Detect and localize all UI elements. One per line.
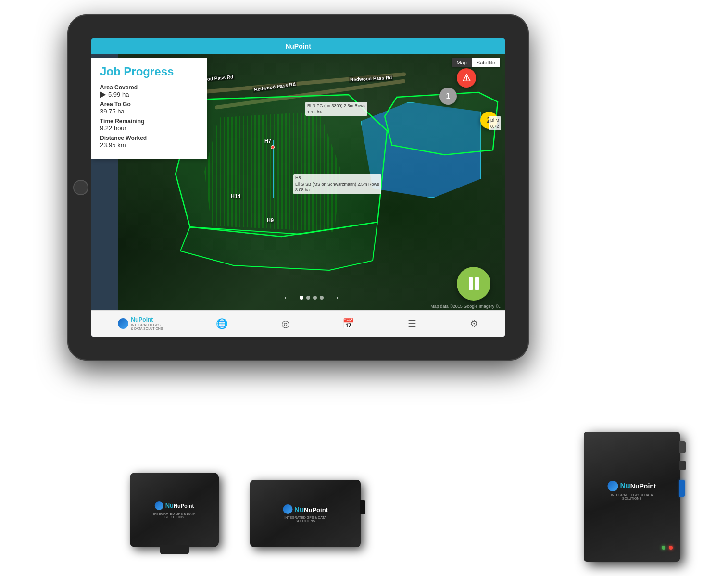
area-covered-arrow: [100, 91, 106, 98]
device-2-logo: NuNuPoint INTEGRATED GPS & DATA SOLUTION…: [278, 504, 333, 523]
screen-logo: NuPoint INTEGRATED GPS & DATA SOLUTIONS: [118, 316, 163, 331]
logo-text: NuPoint INTEGRATED GPS & DATA SOLUTIONS: [131, 316, 163, 331]
map-satellite-toggle[interactable]: Map Satellite: [452, 58, 500, 67]
job-progress-panel: Job Progress Area Covered 5.99 ha Area T…: [91, 58, 207, 159]
tracking-line: [273, 140, 274, 198]
home-button[interactable]: [73, 180, 88, 195]
pause-bar-1: [469, 277, 473, 290]
scene: NuPoint ☁ ☰ 🔔 Redwood Pass Rd Redwood Pa…: [0, 0, 728, 576]
status-bar: NuPoint: [91, 38, 505, 54]
area-to-go-row: Area To Go 39.75 ha: [100, 101, 198, 115]
device-3-logo: NuNuPoint INTEGRATED GPS & DATA SOLUTION…: [608, 481, 656, 500]
globe-lines-h: [118, 324, 128, 324]
app-title: NuPoint: [285, 42, 311, 50]
area-covered-row: Area Covered 5.99 ha: [100, 84, 198, 98]
globe-nav-icon: 🌐: [216, 318, 228, 329]
logo-tagline-2: & DATA SOLUTIONS: [131, 327, 163, 331]
logo-brand: NuPoint: [131, 316, 163, 323]
bottom-nav: NuPoint INTEGRATED GPS & DATA SOLUTIONS …: [91, 310, 505, 337]
h7-label: H7: [264, 138, 271, 144]
h14-label: H14: [231, 193, 240, 199]
tablet-screen: NuPoint ☁ ☰ 🔔 Redwood Pass Rd Redwood Pa…: [91, 38, 505, 337]
nav-dots: [300, 296, 324, 300]
nav-calendar[interactable]: 📅: [342, 318, 354, 329]
nav-location[interactable]: ◎: [281, 318, 289, 329]
device-3: NuNuPoint INTEGRATED GPS & DATA SOLUTION…: [584, 432, 680, 562]
pause-bar-2: [475, 277, 479, 290]
settings-nav-icon: ⚙: [470, 318, 478, 329]
time-remaining-label: Time Remaining: [100, 118, 198, 125]
pause-icon: [469, 277, 479, 290]
field-label-2: H8 Lil G SB (MS on Schwarzmann) 2.5m Row…: [293, 174, 381, 194]
nav-globe[interactable]: 🌐: [216, 318, 228, 329]
warning-icon: ⚠: [462, 72, 471, 84]
satellite-button[interactable]: Satellite: [472, 58, 500, 67]
nav-arrows: ← →: [283, 292, 340, 303]
list-nav-icon: ☰: [408, 318, 416, 329]
led-green: [662, 546, 665, 550]
warning-marker: ⚠: [457, 68, 476, 88]
map-pin: [271, 145, 275, 149]
time-remaining-row: Time Remaining 9.22 hour: [100, 118, 198, 132]
distance-worked-label: Distance Worked: [100, 135, 198, 141]
pause-button[interactable]: [457, 267, 490, 301]
area-covered-label: Area Covered: [100, 84, 198, 91]
led-red: [669, 546, 673, 550]
nav-settings[interactable]: ⚙: [470, 318, 478, 329]
distance-worked-value: 23.95 km: [100, 141, 198, 149]
nav-left-arrow[interactable]: ←: [283, 292, 292, 303]
logo-tagline-1: INTEGRATED GPS: [131, 323, 163, 327]
nav-dot-3: [313, 296, 317, 300]
time-remaining-value: 9.22 hour: [100, 125, 198, 132]
field-label-1: Bl N PG (on 3309) 2.5m Rows 1.13 ha: [305, 102, 367, 116]
area-to-go-value: 39.75 ha: [100, 108, 198, 115]
area-to-go-label: Area To Go: [100, 101, 198, 108]
device-2: NuNuPoint INTEGRATED GPS & DATA SOLUTION…: [250, 480, 361, 547]
location-nav-icon: ◎: [281, 318, 289, 329]
nav-dot-4: [320, 296, 324, 300]
tablet-frame: NuPoint ☁ ☰ 🔔 Redwood Pass Rd Redwood Pa…: [67, 14, 529, 361]
logo-globe: [118, 318, 128, 329]
h9-label: H9: [267, 217, 274, 223]
job-progress-title: Job Progress: [100, 65, 198, 78]
nav-list[interactable]: ☰: [408, 318, 416, 329]
device-1: NuNuPoint INTEGRATED GPS & DATA SOLUTION…: [130, 473, 219, 547]
nav-dot-1: [300, 296, 303, 300]
map-button[interactable]: Map: [452, 58, 471, 67]
field-label-3: Bl M 0.72: [489, 116, 501, 130]
area-covered-value: 5.99 ha: [100, 91, 198, 98]
distance-worked-row: Distance Worked 23.95 km: [100, 135, 198, 149]
calendar-nav-icon: 📅: [342, 318, 354, 329]
marker-1: 1: [439, 88, 457, 105]
nav-right-arrow[interactable]: →: [331, 292, 340, 303]
svg-marker-0: [176, 95, 387, 237]
device-1-logo: NuNuPoint INTEGRATED GPS & DATA SOLUTION…: [152, 501, 197, 519]
nav-dot-2: [306, 296, 310, 300]
